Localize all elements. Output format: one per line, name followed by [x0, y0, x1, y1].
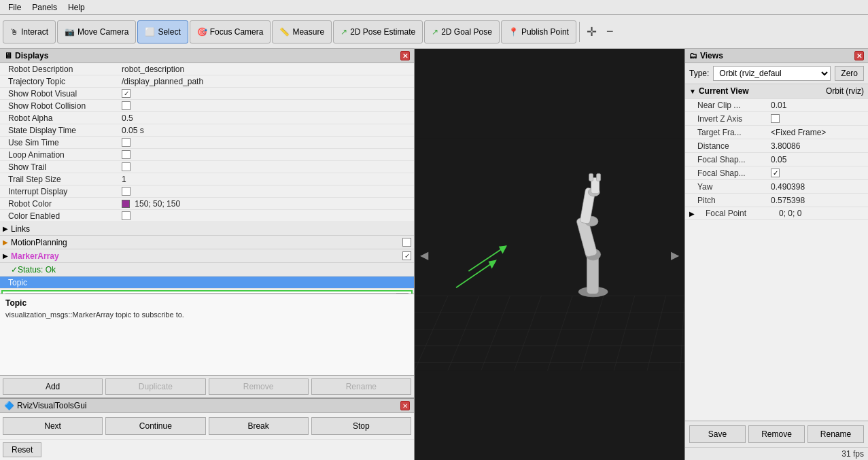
displays-icon: 🖥	[4, 51, 12, 60]
pitch-label: Pitch	[689, 196, 771, 205]
views-type-select[interactable]: Orbit (rviz_defaul	[713, 66, 831, 81]
show-trail-row[interactable]: Show Trail	[0, 161, 414, 173]
interact-icon: 🖱	[10, 27, 18, 37]
select-button[interactable]: ⬜ Select	[137, 20, 188, 43]
robot-color-row[interactable]: Robot Color 150; 50; 150	[0, 198, 414, 210]
2d-pose-button[interactable]: ↗ 2D Pose Estimate	[333, 20, 423, 43]
show-robot-collision-checkbox[interactable]	[122, 101, 131, 110]
rviz-tools-header: 🔷 RvizVisualToolsGui ✕	[0, 399, 414, 413]
links-label: Links	[11, 224, 30, 234]
use-sim-time-row[interactable]: Use Sim Time	[0, 137, 414, 149]
state-display-time-row[interactable]: State Display Time 0.05 s	[0, 124, 414, 137]
rviz-tools-panel: 🔷 RvizVisualToolsGui ✕ Next Continue Bre…	[0, 397, 414, 460]
pitch-row[interactable]: Pitch 0.575398	[685, 194, 868, 207]
break-button[interactable]: Break	[209, 417, 309, 435]
panels-menu[interactable]: Panels	[27, 1, 63, 14]
views-rename-button[interactable]: Rename	[808, 425, 864, 443]
target-frame-row[interactable]: Target Fra... <Fixed Frame>	[685, 126, 868, 139]
reset-button[interactable]: Reset	[3, 442, 41, 457]
motion-planning-checkbox[interactable]	[402, 238, 411, 247]
2d-pose-icon: ↗	[341, 27, 347, 37]
reset-row: Reset	[0, 439, 414, 460]
focal-point-arrow: ▶	[689, 210, 695, 217]
rviz-tools-close-button[interactable]: ✕	[400, 401, 410, 410]
show-robot-visual-row[interactable]: Show Robot Visual	[0, 88, 414, 100]
current-view-section: ▼ Current View Orbit (rviz) Near Clip ..…	[685, 84, 868, 421]
interact-button[interactable]: 🖱 Interact	[3, 20, 56, 43]
focal-shape1-value: 0.05	[771, 155, 864, 164]
focal-point-row[interactable]: ▶ Focal Point 0; 0; 0	[685, 207, 868, 220]
measure-button[interactable]: 📏 Measure	[272, 20, 332, 43]
interrupt-display-checkbox[interactable]	[122, 187, 131, 196]
2d-goal-button[interactable]: ↗ 2D Goal Pose	[424, 20, 500, 43]
add-button[interactable]: Add	[3, 378, 103, 395]
show-trail-checkbox[interactable]	[122, 162, 131, 171]
views-close-button[interactable]: ✕	[854, 51, 864, 60]
svg-rect-24	[597, 173, 601, 181]
focal-shape2-row[interactable]: Focal Shap...	[685, 166, 868, 180]
invert-z-checkbox[interactable]	[771, 114, 780, 123]
next-button[interactable]: Next	[3, 417, 103, 435]
help-menu[interactable]: Help	[63, 1, 90, 14]
viewport-arrow-left[interactable]: ◀	[420, 248, 428, 261]
3d-viewport[interactable]: ◀ ▶	[415, 49, 684, 460]
publish-label: Publish Point	[521, 27, 569, 37]
move-camera-button[interactable]: 📷 Move Camera	[57, 20, 136, 43]
info-title: Topic	[5, 298, 409, 308]
loop-animation-row[interactable]: Loop Animation	[0, 149, 414, 161]
views-header: 🗂 Views ✕	[685, 49, 868, 63]
color-enabled-row[interactable]: Color Enabled	[0, 210, 414, 222]
near-clip-row[interactable]: Near Clip ... 0.01	[685, 99, 868, 112]
invert-z-row[interactable]: Invert Z Axis	[685, 112, 868, 126]
motion-planning-section[interactable]: ▶ MotionPlanning	[0, 236, 414, 249]
duplicate-button[interactable]: Duplicate	[105, 378, 205, 395]
loop-animation-checkbox[interactable]	[122, 150, 131, 159]
color-enabled-label: Color Enabled	[3, 211, 122, 221]
continue-button[interactable]: Continue	[105, 417, 205, 435]
interrupt-display-row[interactable]: Interrupt Display	[0, 185, 414, 198]
svg-rect-0	[415, 138, 684, 370]
views-bottom-buttons: Save Remove Rename	[685, 421, 868, 447]
show-robot-collision-row[interactable]: Show Robot Collision	[0, 100, 414, 112]
toolbar-separator	[579, 22, 580, 42]
toolbar-plus-icon[interactable]: ✛	[583, 23, 601, 41]
focus-camera-icon: 🎯	[197, 27, 207, 37]
robot-alpha-row[interactable]: Robot Alpha 0.5	[0, 112, 414, 124]
status-ok-label: Status: Ok	[18, 265, 56, 275]
robot-description-row[interactable]: Robot Description robot_description	[0, 63, 414, 75]
measure-label: Measure	[292, 27, 324, 37]
trajectory-topic-row[interactable]: Trajectory Topic /display_planned_path	[0, 75, 414, 88]
stop-button[interactable]: Stop	[311, 417, 411, 435]
file-menu[interactable]: File	[3, 1, 27, 14]
use-sim-time-checkbox[interactable]	[122, 138, 131, 147]
viewport-arrow-right[interactable]: ▶	[671, 248, 679, 261]
publish-point-button[interactable]: 📍 Publish Point	[501, 20, 576, 43]
displays-close-button[interactable]: ✕	[400, 51, 410, 60]
yaw-row[interactable]: Yaw 0.490398	[685, 180, 868, 194]
current-view-expand[interactable]: ▼	[689, 88, 696, 95]
displays-title: Displays	[15, 51, 400, 60]
topic-row[interactable]: Topic	[0, 277, 414, 289]
focal-shape1-row[interactable]: Focal Shap... 0.05	[685, 153, 868, 166]
color-enabled-checkbox[interactable]	[122, 211, 131, 220]
views-remove-button[interactable]: Remove	[748, 425, 805, 443]
robot-color-swatch	[122, 200, 130, 208]
rviz-tools-buttons-row: Next Continue Break Stop	[0, 413, 414, 439]
marker-array-checkbox[interactable]	[402, 251, 411, 260]
toolbar-minus-icon[interactable]: −	[602, 23, 618, 40]
menu-bar: File Panels Help	[0, 0, 868, 15]
marker-array-section[interactable]: ▶ MarkerArray	[0, 249, 414, 263]
robot-alpha-label: Robot Alpha	[3, 113, 122, 123]
trail-step-size-row[interactable]: Trail Step Size 1	[0, 173, 414, 185]
focal-shape2-checkbox[interactable]	[771, 169, 780, 177]
use-sim-time-label: Use Sim Time	[3, 138, 122, 147]
rename-button[interactable]: Rename	[311, 378, 411, 395]
zero-button[interactable]: Zero	[835, 66, 864, 81]
focus-camera-button[interactable]: 🎯 Focus Camera	[190, 20, 271, 43]
show-robot-visual-checkbox[interactable]	[122, 89, 131, 98]
remove-button[interactable]: Remove	[209, 378, 309, 395]
links-section[interactable]: ▶ Links	[0, 222, 414, 236]
views-save-button[interactable]: Save	[689, 425, 746, 443]
status-ok-row[interactable]: ✓ Status: Ok	[0, 263, 414, 277]
distance-row[interactable]: Distance 3.80086	[685, 139, 868, 153]
